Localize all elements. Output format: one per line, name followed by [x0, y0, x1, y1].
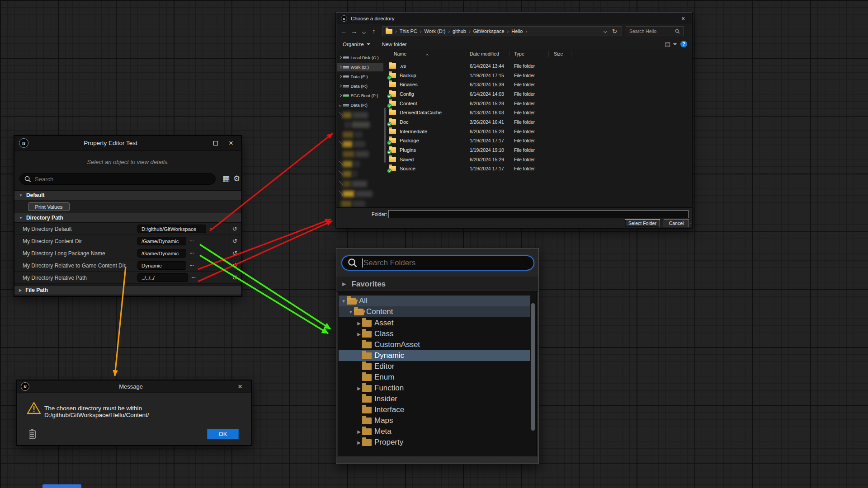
column-resizer[interactable]: [571, 51, 571, 57]
display-filter-icon[interactable]: ▦: [222, 174, 230, 183]
sidebar-item-local-disk-c[interactable]: Local Disk (C:): [337, 53, 383, 62]
redacted-folder-item[interactable]: [339, 180, 382, 188]
tree-item-insider[interactable]: Insider: [339, 394, 530, 404]
browse-ellipsis-button[interactable]: •••: [210, 227, 214, 230]
favorites-section[interactable]: ▶ Favorites: [336, 277, 538, 292]
tree-item-customasset[interactable]: CustomAsset: [339, 339, 530, 350]
address-dropdown-icon[interactable]: [604, 29, 607, 33]
minimize-button[interactable]: [193, 138, 208, 149]
column-header-name[interactable]: Name: [394, 51, 406, 56]
redacted-folder-item[interactable]: [339, 150, 382, 158]
tree-item-asset[interactable]: ▶ Asset: [339, 318, 530, 328]
section-header-file-path[interactable]: ▶ File Path: [14, 285, 241, 295]
view-mode-button[interactable]: ▤: [665, 41, 677, 47]
file-row[interactable]: Source 1/19/2024 17:17 File folder: [387, 164, 687, 173]
help-icon[interactable]: ?: [680, 41, 687, 47]
column-header-size[interactable]: Size: [554, 51, 563, 56]
close-button[interactable]: ×: [676, 14, 690, 23]
search-input[interactable]: Search Hello: [626, 26, 684, 36]
dialog-titlebar[interactable]: u Choose a directory ×: [336, 13, 692, 24]
tree-item-all[interactable]: ▼ All: [339, 296, 530, 306]
reset-to-default-icon[interactable]: ↺: [232, 262, 237, 269]
chevron-right-icon[interactable]: ▶: [356, 440, 362, 445]
tree-scrollbar[interactable]: [531, 303, 535, 431]
column-resizer[interactable]: [548, 51, 549, 57]
property-value-field[interactable]: Dynamic: [137, 261, 186, 270]
settings-gear-icon[interactable]: ⚙: [233, 174, 240, 183]
redacted-folder-item[interactable]: [339, 160, 382, 168]
breadcrumb-hello[interactable]: Hello: [511, 28, 523, 34]
chevron-right-icon[interactable]: ▶: [356, 429, 362, 434]
breadcrumb-gitworkspace[interactable]: GitWorkspace: [473, 28, 505, 34]
close-button[interactable]: ×: [232, 381, 248, 392]
tree-item-dynamic[interactable]: Dynamic: [339, 350, 530, 361]
property-value-field[interactable]: D:/github/GitWorkspace: [137, 225, 206, 233]
sidebar-item-work-d[interactable]: Work (D:): [337, 63, 383, 71]
refresh-icon[interactable]: ↻: [612, 28, 617, 35]
redacted-folder-item[interactable]: [339, 170, 382, 178]
tree-item-function[interactable]: ▶ Function: [339, 383, 530, 394]
breadcrumb-this-pc[interactable]: This PC: [400, 28, 417, 34]
tree-item-maps[interactable]: Maps: [339, 415, 530, 426]
print-values-button[interactable]: Print Values: [28, 202, 70, 211]
breadcrumb[interactable]: › This PC › Work (D:) › github › GitWork…: [382, 26, 622, 36]
chevron-down-icon[interactable]: ▼: [340, 299, 347, 304]
tree-item-editor[interactable]: Editor: [339, 361, 530, 372]
tree-item-meta[interactable]: ▶ Meta: [339, 426, 530, 437]
back-icon[interactable]: ←: [339, 28, 349, 35]
file-row[interactable]: Binaries 6/13/2024 15:39 File folder: [387, 80, 687, 89]
reset-to-default-icon[interactable]: ↺: [232, 250, 237, 257]
recent-locations-icon[interactable]: [359, 28, 369, 35]
forward-icon[interactable]: →: [349, 28, 359, 35]
sidebar-item-egc-root-p[interactable]: EGC Root (P:): [337, 91, 383, 100]
reset-to-default-icon[interactable]: ↺: [232, 238, 237, 244]
up-icon[interactable]: ↑: [369, 28, 379, 35]
cancel-button[interactable]: Cancel: [664, 219, 689, 227]
column-header-type[interactable]: Type: [514, 51, 524, 56]
chevron-right-icon[interactable]: ▶: [356, 332, 362, 337]
column-resizer[interactable]: [466, 51, 466, 57]
file-row[interactable]: Doc 3/26/2024 16:41 File folder: [387, 118, 687, 127]
redacted-folder-item[interactable]: [339, 200, 382, 208]
sidebar-item-data-e[interactable]: Data (E:): [337, 72, 383, 81]
redacted-folder-item[interactable]: [339, 121, 382, 129]
file-row[interactable]: DerivedDataCache 6/13/2024 16:03 File fo…: [387, 108, 687, 117]
select-folder-button[interactable]: Select Folder: [625, 219, 660, 227]
redacted-folder-item[interactable]: [339, 131, 382, 139]
property-editor-titlebar[interactable]: u Property Editor Test ×: [14, 136, 241, 150]
tree-item-class[interactable]: ▶ Class: [339, 328, 530, 339]
file-row[interactable]: Config 6/14/2024 14:03 File folder: [387, 90, 687, 99]
tree-item-interface[interactable]: Interface: [339, 404, 530, 415]
redacted-folder-item[interactable]: [339, 190, 382, 198]
browse-ellipsis-button[interactable]: •••: [190, 264, 194, 267]
section-header-directory-path[interactable]: ▼ Directory Path: [14, 213, 241, 223]
breadcrumb-work-d[interactable]: Work (D:): [424, 28, 445, 34]
search-folders-input[interactable]: Search Folders: [341, 255, 534, 271]
property-value-field[interactable]: /Game/Dynamic: [137, 237, 186, 245]
copy-to-clipboard-icon[interactable]: [29, 430, 36, 439]
column-resizer[interactable]: [509, 51, 509, 57]
browse-ellipsis-button[interactable]: •••: [190, 252, 194, 254]
breadcrumb-github[interactable]: github: [453, 28, 466, 34]
file-row[interactable]: Backup 1/19/2024 17:15 File folder: [387, 71, 687, 80]
close-button[interactable]: ×: [223, 138, 239, 149]
redacted-folder-item[interactable]: [339, 140, 382, 148]
property-value-field[interactable]: ../../../: [137, 273, 188, 282]
sidebar-item-data-f[interactable]: Data (F:): [337, 82, 383, 90]
search-input[interactable]: Search: [19, 173, 216, 185]
reset-to-default-icon[interactable]: ↺: [232, 274, 237, 281]
sidebar-scrollbar[interactable]: [384, 108, 386, 163]
file-row[interactable]: Saved 6/20/2024 15:29 File folder: [387, 155, 687, 164]
chevron-right-icon[interactable]: ▶: [356, 321, 362, 326]
tree-item-content[interactable]: ▼ Content: [339, 306, 530, 317]
file-row[interactable]: Intermediate 6/20/2024 15:28 File folder: [387, 127, 687, 136]
chevron-down-icon[interactable]: ▼: [348, 310, 354, 314]
reset-to-default-icon[interactable]: ↺: [232, 225, 237, 232]
ok-button[interactable]: OK: [207, 429, 239, 439]
message-titlebar[interactable]: u Message ×: [17, 380, 251, 393]
file-row[interactable]: Plugins 1/19/2024 19:10 File folder: [387, 146, 687, 155]
sidebar-item-data-f-expanded[interactable]: Data (F:): [337, 101, 383, 109]
file-row[interactable]: Package 1/19/2024 17:17 File folder: [387, 136, 687, 145]
browse-ellipsis-button[interactable]: •••: [190, 239, 194, 242]
resize-grip[interactable]: ⋰: [687, 223, 691, 227]
